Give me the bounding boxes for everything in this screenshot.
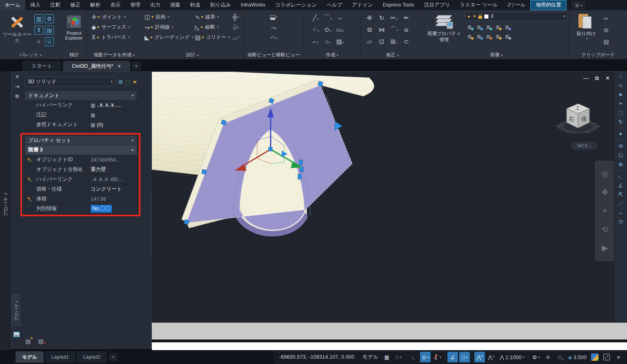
assembly-button[interactable]: ⌻ [231,22,240,32]
rotate-point-tool-icon[interactable]: ↻ [616,119,626,125]
settings-palette-toggle-icon[interactable]: ⚙ [45,14,54,23]
layout1-tab[interactable]: Layout1 [45,351,76,363]
showmotion-icon[interactable]: ▶ [602,243,608,253]
copy-button[interactable]: ⧉ [367,26,372,33]
panel-label-layers[interactable]: 画層 [424,52,569,58]
arc-button[interactable]: ⌒ [324,14,332,22]
tab-manage[interactable]: 管理 [125,0,145,10]
panel-label-modify[interactable]: 修正 [361,52,424,58]
compass-tool-icon[interactable]: ◷ [616,218,626,224]
layer-match-tool-icon[interactable]: ≣ [474,32,484,40]
viewcube-right-face[interactable]: 後 [581,115,587,122]
layer-unlock-tool-icon[interactable]: ≣ [493,32,502,40]
panel-label-ground-data[interactable]: 地盤データを作成 [87,52,141,58]
panel-label-clipboard[interactable]: クリップボード [569,52,627,58]
crosshair-icon[interactable]: ✛ [543,352,553,362]
fillet-button[interactable]: ⌒ [390,26,398,33]
ellipse-button[interactable]: ○ [325,38,331,45]
layer-color-swatch[interactable] [484,14,489,19]
model-tab[interactable]: モデル [16,351,44,363]
tab-help[interactable]: ヘルプ [322,0,347,10]
z-move-tool-icon[interactable]: ⇱ [616,191,626,198]
tab-annotate[interactable]: 注釈 [45,0,65,10]
erase-button[interactable]: ✏ [404,14,409,22]
panel-label-profile-views[interactable]: 縦断ビューと横断ビュー [244,52,303,58]
tab-survey[interactable]: 測量 [165,0,185,10]
layer-thaw-tool-icon[interactable]: ≣ [484,32,493,40]
isodraft-toggle-icon[interactable]: ▾ [432,352,443,362]
panel-label-draw[interactable]: 作成 [304,52,360,58]
mirror-button[interactable]: ⋈ [379,26,385,33]
grading-button[interactable]: ◣★グレーディング [145,32,193,42]
section-view-button[interactable]: ◠ [269,33,278,44]
graphics-performance-button[interactable] [589,352,600,362]
layer-dropdown-caret-icon[interactable]: ▾ [563,14,565,18]
corner-measure-tool-icon[interactable]: ∟ [616,173,626,180]
property-row-object-id[interactable]: ϟ オブジェクトID 247380954... [24,155,137,165]
points-button[interactable]: ✛★ ポイント [91,12,141,22]
osnap-tracking-icon[interactable]: ∠ [447,352,458,362]
intersection-button[interactable]: ╬ [231,12,240,22]
select-objects-icon[interactable]: ⬚ [125,79,130,85]
grid-toggle-icon[interactable]: ▦ [381,352,392,362]
grid-dots-tool-icon[interactable]: ⁘ [616,73,626,80]
project-explorer-button[interactable]: Project Explorer [61,12,87,40]
palette-close-icon[interactable]: ✕ [11,72,23,82]
property-row[interactable]: ハイパーリンク ▦..¥..¥..¥..... [24,100,137,110]
corridor-button[interactable]: ▤★コリドー [195,32,229,42]
property-row-classification[interactable]: オブジェクト分類名 重力壁 [24,165,137,175]
surfaces-button[interactable]: ◆★ サーフェス [91,22,141,32]
revision-cloud-button[interactable]: ⌣ [338,14,342,22]
toolspace-palette-toggle-icon[interactable]: ▥ [34,14,43,23]
quick-select-icon[interactable]: ⊞ [118,79,123,85]
profile-view-button[interactable]: ⬓ [269,12,278,22]
feature-line-button[interactable]: ↝★計画線 [145,22,193,32]
property-row-identifier[interactable]: 判別情報 No.〇〇 [24,204,137,214]
profile-button[interactable]: ◺★縦断 [195,22,229,32]
panel-label-design[interactable]: 設計 [141,52,244,58]
offset-button[interactable]: ⊂ [404,38,409,45]
fullscreen-button[interactable]: ⤢ [601,352,612,362]
tab-addins[interactable]: アドイン [347,0,378,10]
layer-lock-tool-icon[interactable]: ≣ [493,23,502,31]
circle-button[interactable]: ⊙ [324,26,331,33]
remove-property-set-button[interactable]: ▤ [38,338,43,344]
match-properties-icon[interactable]: ▤ [602,37,611,46]
layer-dropdown[interactable]: ● ☀ 0 ▾ [465,12,568,21]
new-drawing-button[interactable]: + [132,62,141,71]
slope-measure-tool-icon[interactable]: ⋰ [616,200,626,206]
viewcube[interactable]: 上 右 後 [554,93,603,146]
annotation-scale-button[interactable]: ⋀ 1:1000▾ [498,352,526,362]
annotation-autoscale-icon[interactable]: ⋀⁺ [486,352,497,362]
rotate-button[interactable]: ↻ [379,14,385,22]
layer-freeze-tool-icon[interactable]: ≣ [484,23,493,31]
pan-icon[interactable]: ✥ [602,187,609,197]
toggle-pickadd-icon[interactable]: ➤ [133,79,137,85]
stretch-button[interactable]: ▱ [367,38,372,45]
cut-icon[interactable]: ✂ [602,14,611,23]
viewport-restore-icon[interactable]: ⧉ [595,75,599,82]
layer-on-bulb-icon[interactable]: ● [467,14,470,19]
angle-measure-tool-icon[interactable]: ∠ [616,182,626,189]
viewcube-top-face[interactable]: 上 [575,105,580,111]
drawing-canvas[interactable]: — ⧉ ✕ 上 右 [152,71,627,322]
palette-dock-tab[interactable]: プロパティ [12,295,21,326]
viewport-minimize-icon[interactable]: — [583,75,589,82]
tab-modify[interactable]: 修正 [65,0,85,10]
scale-button[interactable]: ⊡ [379,38,385,45]
command-line[interactable] [152,342,627,350]
annotation-visibility-icon[interactable]: ⋀° [474,352,485,362]
orbit-icon[interactable]: ⟲ [602,224,609,234]
property-set-header[interactable]: プロパティ セット [24,135,137,145]
viewport-close-icon[interactable]: ✕ [605,75,610,82]
property-row[interactable]: 参照ドキュメント ▦(0) [24,120,137,130]
tab-collaborate[interactable]: コラボレーション [270,0,322,10]
properties-palette-icon[interactable] [13,332,20,337]
tab-insert[interactable]: 挿入 [25,0,45,10]
hierarchy-subheader[interactable]: 階層 3 [24,145,137,155]
tab-start[interactable]: スタート [22,61,61,71]
viewport-box-tool-icon[interactable]: ⬚ [616,110,626,116]
new-layout-button[interactable]: + [109,353,117,361]
distance-measure-tool-icon[interactable]: ↔ [616,209,626,215]
rotate-axis-tool-icon[interactable]: ⟲ [616,143,626,149]
